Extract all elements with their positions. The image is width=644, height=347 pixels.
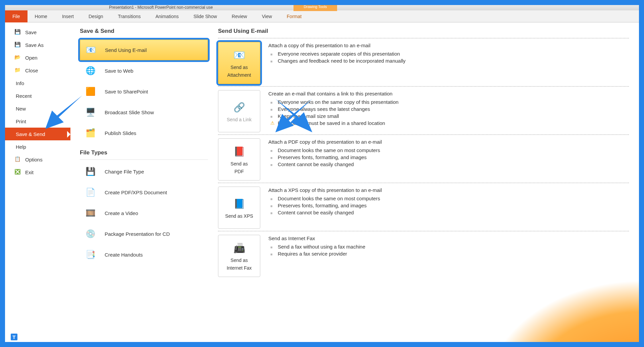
- sidebar-new[interactable]: New: [5, 102, 70, 115]
- fax-heading: Send as Internet Fax: [268, 235, 629, 241]
- open-icon: 📂: [14, 54, 21, 61]
- send-a-link-button[interactable]: 🔗 Send a Link: [218, 90, 260, 132]
- save-as-icon: 💾: [14, 42, 21, 48]
- change-file-type[interactable]: 💾Change File Type: [80, 161, 208, 182]
- link-icon: 🔗: [232, 100, 247, 115]
- broadcast-slideshow[interactable]: 🖥️ Broadcast Slide Show: [80, 102, 208, 123]
- tab-slideshow[interactable]: Slide Show: [186, 10, 224, 22]
- tab-animations[interactable]: Animations: [148, 10, 186, 22]
- xps-icon: 📘: [232, 197, 247, 211]
- tab-file[interactable]: File: [5, 10, 28, 22]
- sidebar-close[interactable]: 📁Close: [5, 64, 70, 77]
- video-icon: 🎞️: [84, 206, 97, 220]
- create-video[interactable]: 🎞️Create a Video: [80, 203, 208, 223]
- send-as-xps-button[interactable]: 📘 Send as XPS: [218, 187, 260, 229]
- fax-icon: 📠: [232, 241, 247, 256]
- sidebar-save-send[interactable]: Save & Send: [5, 128, 70, 140]
- sidebar-info[interactable]: Info: [5, 77, 70, 89]
- ribbon-tabs: File Home Insert Design Transitions Anim…: [5, 10, 639, 22]
- pdf-bullet: Preserves fonts, formatting, and images: [268, 154, 629, 161]
- close-icon: 📁: [14, 67, 21, 74]
- sharepoint-icon: 🟧: [84, 85, 97, 98]
- sidebar-help[interactable]: Help: [5, 140, 70, 153]
- save-send-column: Save & Send 📧 Send Using E-mail 🌐 Save t…: [70, 22, 215, 342]
- branding-logo-icon: T: [10, 333, 18, 341]
- contextual-tab-header: Drawing Tools: [293, 4, 337, 11]
- sidebar-exit[interactable]: ❎Exit: [5, 166, 70, 179]
- send-using-email[interactable]: 📧 Send Using E-mail: [80, 40, 208, 60]
- pdfxps-icon: 📄: [84, 186, 97, 199]
- email-icon: 📧: [84, 43, 98, 57]
- attach-heading: Attach a copy of this presentation to an…: [268, 43, 629, 48]
- attach-bullet: Changes and feedback need to be incorpor…: [268, 57, 629, 64]
- tab-design[interactable]: Design: [81, 10, 111, 22]
- pdf-heading: Attach a PDF copy of this presentation t…: [268, 139, 629, 145]
- xps-bullet: Preserves fonts, formatting, and images: [268, 202, 629, 209]
- send-as-pdf-button[interactable]: 📕 Send as PDF: [218, 138, 260, 181]
- publish-icon: 🗂️: [84, 126, 97, 140]
- tab-transitions[interactable]: Transitions: [111, 10, 148, 22]
- template-net-branding: T TEMPLATE.NET: [10, 333, 76, 341]
- package-for-cd[interactable]: 💿Package Presentation for CD: [80, 223, 208, 244]
- create-handouts[interactable]: 📑Create Handouts: [80, 244, 208, 265]
- xps-bullet: Content cannot be easily changed: [268, 209, 629, 216]
- tab-home[interactable]: Home: [28, 10, 55, 22]
- window-title: Presentation1 - Microsoft PowerPoint non…: [109, 5, 213, 10]
- link-bullet: Everyone always sees the latest changes: [268, 106, 629, 113]
- link-heading: Create an e-mail that contains a link to…: [268, 91, 629, 96]
- link-warning: Presentation must be saved in a shared l…: [268, 120, 629, 127]
- pdf-bullet: Document looks the same on most computer…: [268, 147, 629, 154]
- xps-heading: Attach a XPS copy of this presentation t…: [268, 187, 629, 193]
- sidebar-options[interactable]: 📋Options: [5, 153, 70, 166]
- link-bullet: Keeps the e-mail size small: [268, 113, 629, 120]
- title-bar: Presentation1 - Microsoft PowerPoint non…: [5, 5, 639, 10]
- cd-icon: 💿: [84, 227, 97, 240]
- fax-bullet: Requires a fax service provider: [268, 250, 629, 257]
- sidebar-print[interactable]: Print: [5, 115, 70, 128]
- sidebar-save[interactable]: 💾Save: [5, 26, 70, 39]
- tab-insert[interactable]: Insert: [55, 10, 81, 22]
- send-email-title: Send Using E-mail: [218, 28, 629, 34]
- file-types-title: File Types: [80, 149, 208, 156]
- xps-bullet: Document looks the same on most computer…: [268, 195, 629, 202]
- save-to-sharepoint[interactable]: 🟧 Save to SharePoint: [80, 81, 208, 102]
- broadcast-icon: 🖥️: [84, 106, 97, 119]
- attach-bullet: Everyone receives separate copies of thi…: [268, 50, 629, 57]
- send-as-internet-fax-button[interactable]: 📠 Send as Internet Fax: [218, 235, 260, 277]
- sidebar-open[interactable]: 📂Open: [5, 51, 70, 64]
- send-as-attachment-button[interactable]: 📧 Send as Attachment: [218, 42, 260, 84]
- tab-format[interactable]: Format: [279, 10, 309, 22]
- options-icon: 📋: [14, 156, 21, 163]
- exit-icon: ❎: [14, 169, 21, 176]
- create-pdf-xps[interactable]: 📄Create PDF/XPS Document: [80, 182, 208, 203]
- change-type-icon: 💾: [84, 165, 97, 178]
- save-send-title: Save & Send: [80, 28, 208, 34]
- save-to-web[interactable]: 🌐 Save to Web: [80, 60, 208, 81]
- backstage-sidebar: 💾Save 💾Save As 📂Open 📁Close Info Recent …: [5, 22, 70, 342]
- web-icon: 🌐: [84, 64, 97, 77]
- tab-view[interactable]: View: [255, 10, 279, 22]
- publish-slides[interactable]: 🗂️ Publish Slides: [80, 123, 208, 143]
- link-bullet: Everyone works on the same copy of this …: [268, 98, 629, 106]
- send-email-pane: Send Using E-mail 📧 Send as Attachment A…: [215, 22, 639, 342]
- sidebar-save-as[interactable]: 💾Save As: [5, 39, 70, 51]
- fax-bullet: Send a fax without using a fax machine: [268, 243, 629, 250]
- handouts-icon: 📑: [84, 248, 97, 261]
- sidebar-recent[interactable]: Recent: [5, 89, 70, 102]
- pdf-bullet: Content cannot be easily changed: [268, 161, 629, 168]
- tab-review[interactable]: Review: [224, 10, 255, 22]
- pdf-icon: 📕: [232, 144, 247, 159]
- attachment-icon: 📧: [232, 48, 247, 63]
- save-icon: 💾: [14, 29, 21, 36]
